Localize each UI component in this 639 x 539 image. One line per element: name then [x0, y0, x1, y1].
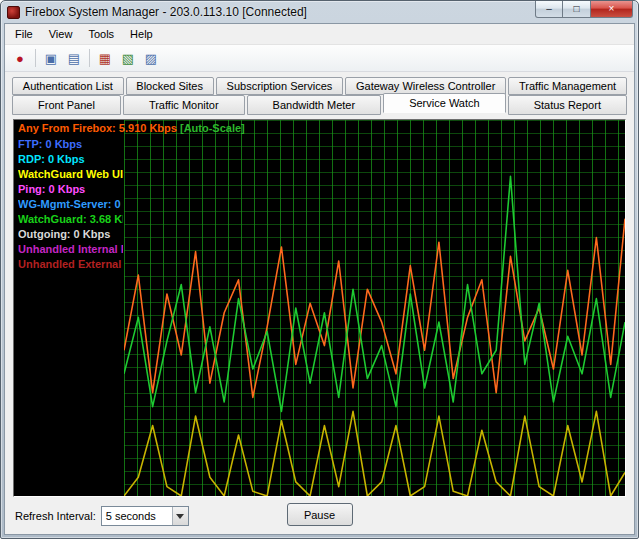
window: Firebox System Manager - 203.0.113.10 [C… — [0, 0, 639, 539]
tab-traffic-monitor[interactable]: Traffic Monitor — [123, 95, 245, 115]
legend-item-unhandled-internal: Unhandled Internal F — [18, 242, 123, 257]
legend-item-outgoing: Outgoing: 0 Kbps — [18, 227, 123, 242]
tab-strip: Authentication List Blocked Sites Subscr… — [5, 72, 634, 115]
traffic-chart — [124, 120, 625, 496]
tab-row-2: Front Panel Traffic Monitor Bandwidth Me… — [12, 95, 627, 115]
pause-button[interactable]: Pause — [287, 503, 353, 526]
tab-subscription-services[interactable]: Subscription Services — [216, 77, 343, 95]
toolbar-separator — [89, 49, 90, 67]
tab-front-panel[interactable]: Front Panel — [12, 95, 121, 115]
menu-tools[interactable]: Tools — [80, 25, 122, 43]
legend-autoscale-note: [Auto-Scale] — [180, 122, 245, 134]
tab-blocked-sites[interactable]: Blocked Sites — [126, 77, 214, 95]
tab-traffic-management[interactable]: Traffic Management — [508, 77, 627, 95]
legend-title: Any From Firebox: 5.910 Kbps [Auto-Scale… — [18, 122, 245, 134]
menu-help[interactable]: Help — [122, 25, 161, 43]
refresh-interval-label: Refresh Interval: — [15, 510, 96, 522]
titlebar[interactable]: Firebox System Manager - 203.0.113.10 [C… — [1, 1, 638, 23]
security-icon[interactable]: ▦ — [95, 48, 115, 68]
window-controls: – □ × — [535, 1, 638, 18]
chart-plot-area — [124, 120, 625, 496]
close-icon: × — [609, 4, 615, 14]
tab-status-report[interactable]: Status Report — [508, 95, 627, 115]
service-watch-graph: Any From Firebox: 5.910 Kbps [Auto-Scale… — [13, 119, 626, 497]
legend-item-unhandled-external: Unhandled External F — [18, 257, 123, 272]
minimize-icon: – — [546, 4, 552, 14]
tab-service-watch[interactable]: Service Watch — [383, 93, 506, 113]
legend-item-wg-mgmt-server: WG-Mgmt-Server: 0 K — [18, 197, 123, 212]
app-icon — [7, 6, 20, 19]
toolbar: ● ▣ ▤ ▦ ▧ ▨ — [5, 45, 634, 72]
refresh-interval-select[interactable]: 5 seconds — [101, 506, 189, 526]
legend-item-ping: Ping: 0 Kbps — [18, 182, 123, 197]
dropdown-button[interactable] — [172, 507, 188, 525]
window-title: Firebox System Manager - 203.0.113.10 [C… — [25, 5, 307, 19]
minimize-button[interactable]: – — [535, 1, 563, 18]
tab-authentication-list[interactable]: Authentication List — [12, 77, 124, 95]
footer-bar: Refresh Interval: 5 seconds Pause — [5, 497, 634, 534]
legend-item-watchguard: WatchGuard: 3.68 Kb — [18, 212, 123, 227]
report-icon[interactable]: ▤ — [64, 48, 84, 68]
menu-view[interactable]: View — [41, 25, 81, 43]
refresh-interval-value: 5 seconds — [102, 510, 172, 522]
snapshot-icon[interactable]: ▣ — [41, 48, 61, 68]
tab-row-1: Authentication List Blocked Sites Subscr… — [12, 77, 627, 95]
maximize-icon: □ — [573, 4, 579, 14]
client-area: File View Tools Help ● ▣ ▤ ▦ ▧ ▨ Authent… — [4, 23, 635, 535]
legend: FTP: 0 Kbps RDP: 0 Kbps WatchGuard Web U… — [18, 137, 123, 272]
legend-item-watchguard-web-ui: WatchGuard Web UI: 0 — [18, 167, 123, 182]
menu-file[interactable]: File — [7, 25, 41, 43]
monitor-icon[interactable]: ▨ — [141, 48, 161, 68]
legend-title-text: Any From Firebox: 5.910 Kbps — [18, 122, 177, 134]
legend-item-rdp: RDP: 0 Kbps — [18, 152, 123, 167]
maximize-button[interactable]: □ — [563, 1, 591, 18]
tab-bandwidth-meter[interactable]: Bandwidth Meter — [247, 95, 382, 115]
graph-wrapper: Any From Firebox: 5.910 Kbps [Auto-Scale… — [5, 115, 634, 497]
stop-icon[interactable]: ● — [10, 48, 30, 68]
toolbar-separator — [35, 49, 36, 67]
menubar: File View Tools Help — [5, 24, 634, 45]
chevron-down-icon — [176, 514, 184, 519]
network-icon[interactable]: ▧ — [118, 48, 138, 68]
close-button[interactable]: × — [591, 1, 633, 18]
legend-item-ftp: FTP: 0 Kbps — [18, 137, 123, 152]
